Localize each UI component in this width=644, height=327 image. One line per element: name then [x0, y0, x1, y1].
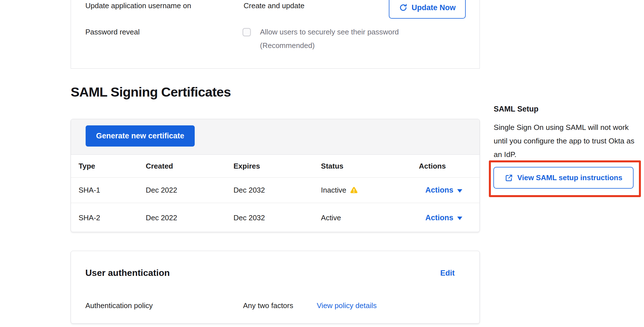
cell-status: Inactive	[313, 178, 411, 203]
cell-expires: Dec 2032	[226, 203, 313, 232]
update-now-button[interactable]: Update Now	[389, 0, 466, 19]
user-authentication-card	[71, 251, 480, 324]
status-text: Inactive	[321, 186, 346, 195]
view-policy-details-link[interactable]: View policy details	[317, 300, 377, 311]
view-saml-setup-instructions-button[interactable]: View SAML setup instructions	[493, 167, 634, 189]
okta-app-settings-page: Update application username on Create an…	[0, 0, 644, 327]
refresh-icon	[399, 3, 408, 12]
col-header-created: Created	[138, 155, 226, 177]
caret-down-icon[interactable]	[457, 217, 462, 220]
cell-created: Dec 2022	[138, 203, 226, 232]
edit-link[interactable]: Edit	[440, 269, 455, 278]
view-saml-setup-instructions-label: View SAML setup instructions	[517, 173, 623, 182]
password-reveal-option-text: Allow users to securely see their passwo…	[260, 27, 399, 36]
col-header-status: Status	[313, 155, 411, 177]
generate-new-certificate-button[interactable]: Generate new certificate	[86, 125, 195, 147]
authentication-policy-value: Any two factors	[243, 300, 293, 311]
external-link-icon	[505, 174, 513, 182]
cell-type: SHA-2	[71, 203, 138, 232]
table-row-sha1: SHA-1 Dec 2022 Dec 2032 Inactive Actio	[71, 178, 480, 203]
saml-setup-description: Single Sign On using SAML will not work …	[494, 121, 638, 161]
cell-created: Dec 2022	[138, 178, 226, 203]
caret-down-icon[interactable]	[457, 189, 462, 193]
password-reveal-label: Password reveal	[85, 27, 140, 37]
password-reveal-option-note: (Recommended)	[260, 41, 315, 50]
cell-type: SHA-1	[71, 178, 138, 203]
username-row-value: Create and update	[244, 1, 304, 11]
certificates-table-header: Type Created Expires Status Actions	[71, 155, 480, 178]
user-authentication-heading: User authentication	[85, 268, 170, 278]
username-row-label: Update application username on	[85, 1, 191, 11]
saml-setup-heading: SAML Setup	[494, 105, 539, 114]
col-header-actions: Actions	[411, 155, 480, 177]
authentication-policy-label: Authentication policy	[85, 300, 153, 311]
update-now-label: Update Now	[411, 3, 456, 12]
col-header-type: Type	[71, 155, 138, 177]
actions-menu-button[interactable]: Actions	[425, 186, 453, 195]
cell-status: Active	[313, 203, 411, 232]
cell-actions: Actions	[411, 178, 480, 203]
certificates-card: Generate new certificate Type Created Ex…	[71, 119, 480, 232]
warning-icon	[350, 186, 358, 195]
actions-menu-button[interactable]: Actions	[425, 213, 453, 222]
saml-signing-certificates-heading: SAML Signing Certificates	[71, 84, 231, 100]
col-header-expires: Expires	[226, 155, 313, 177]
table-row-sha2: SHA-2 Dec 2022 Dec 2032 Active Actions	[71, 203, 480, 232]
cell-actions: Actions	[411, 203, 480, 232]
password-reveal-checkbox[interactable]	[242, 28, 251, 36]
cell-expires: Dec 2032	[226, 178, 313, 203]
status-text: Active	[321, 213, 341, 222]
